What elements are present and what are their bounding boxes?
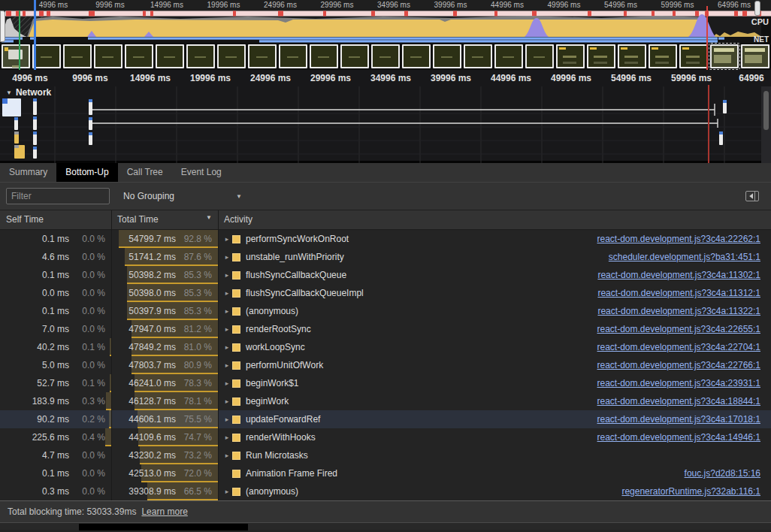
total-time-percent: 85.3 % [176,288,212,298]
expand-arrow-icon[interactable] [222,379,232,387]
table-row[interactable]: 4.7 ms 0.0 % 43230.2 ms 73.2 % Run Micro… [0,446,771,464]
filmstrip-thumbnail[interactable] [156,44,184,68]
total-time-percent: 92.8 % [176,234,212,244]
self-time-value: 0.1 ms [42,468,69,479]
filmstrip-thumbnail[interactable] [371,44,400,68]
filmstrip-thumbnail[interactable] [741,44,769,68]
filter-input[interactable] [6,188,110,204]
table-row[interactable]: 183.9 ms 0.3 % 46128.7 ms 78.1 % beginWo… [0,392,771,410]
scrollbar-thumb[interactable] [763,91,769,130]
network-section-header[interactable]: ▼ Network [6,87,51,98]
selection-handle-left[interactable] [0,11,5,42]
network-requests[interactable] [2,98,727,159]
table-row[interactable]: 0.1 ms 0.0 % 50398.2 ms 85.3 % flushSync… [0,266,771,284]
grouping-dropdown[interactable]: No Grouping ▼ [123,191,242,201]
source-link[interactable]: react-dom.development.js?3c4a:22655:1 [597,324,771,334]
expand-arrow-icon[interactable] [222,452,232,459]
tab-bottom-up[interactable]: Bottom-Up [56,163,117,182]
self-time-cell: 0.1 ms 0.0 % [0,464,111,482]
filmstrip-thumbnail[interactable] [32,44,61,68]
table-row[interactable]: 0.0 ms 0.0 % 50398.0 ms 85.3 % flushSync… [0,284,771,302]
filmstrip-thumbnail[interactable] [618,44,646,68]
filmstrip-thumbnail[interactable] [494,44,523,68]
source-link[interactable]: react-dom.development.js?3c4a:17018:1 [597,414,771,425]
activity-column-header[interactable]: Activity [224,214,252,225]
collapse-triangle-icon[interactable]: ▼ [6,89,12,96]
source-link[interactable]: react-dom.development.js?3c4a:22766:1 [597,360,771,370]
activity-label: performSyncWorkOnRoot [246,234,349,244]
tab-summary[interactable]: Summary [0,163,56,182]
expand-arrow-icon[interactable] [222,289,232,297]
expand-arrow-icon[interactable] [222,397,232,405]
self-time-cell: 5.0 ms 0.0 % [0,356,111,374]
activity-cell: Run Microtasks [218,446,771,464]
source-link[interactable]: react-dom.development.js?3c4a:14946:1 [597,432,771,443]
filmstrip-thumbnail[interactable] [94,44,122,68]
timeline-overview[interactable]: 4996 ms9996 ms14996 ms19996 ms24996 ms29… [0,0,771,70]
self-time-cell: 7.0 ms 0.0 % [0,320,111,338]
network-scrollbar[interactable] [761,86,771,163]
filmstrip-thumbnail[interactable] [433,44,461,68]
source-link[interactable]: react-dom.development.js?3c4a:11312:1 [597,288,771,298]
filmstrip-thumbnail[interactable] [649,44,677,68]
filmstrip-thumbnail[interactable] [63,44,92,68]
expand-arrow-icon[interactable] [222,235,232,243]
filmstrip-thumbnail[interactable] [2,44,30,68]
filmstrip-thumbnail[interactable] [402,44,431,68]
filmstrip-thumbnail[interactable] [587,44,615,68]
learn-more-link[interactable]: Learn more [141,506,187,517]
source-link[interactable]: react-dom.development.js?3c4a:11322:1 [597,306,771,316]
source-link[interactable]: react-dom.development.js?3c4a:23931:1 [597,378,771,388]
filmstrip-thumbnail[interactable] [248,44,277,68]
expand-arrow-icon[interactable] [222,488,232,495]
expand-arrow-icon[interactable] [222,307,232,315]
filmstrip-thumbnail[interactable] [125,44,153,68]
expand-arrow-icon[interactable] [222,361,232,369]
show-details-button[interactable] [745,191,759,201]
source-link[interactable]: react-dom.development.js?3c4a:18844:1 [597,396,771,407]
table-row[interactable]: 5.0 ms 0.0 % 47803.7 ms 80.9 % performUn… [0,356,771,374]
tab-event-log[interactable]: Event Log [172,163,231,182]
source-link[interactable]: fouc.js?d2d8:15:16 [685,468,771,479]
filmstrip-thumbnail[interactable] [340,44,369,68]
table-row[interactable]: 0.1 ms 0.0 % 54799.7 ms 92.8 % performSy… [0,230,771,248]
table-row[interactable]: 52.7 ms 0.1 % 46241.0 ms 78.3 % beginWor… [0,374,771,392]
filmstrip-thumbnail[interactable] [186,44,215,68]
table-row[interactable]: 0.1 ms 0.0 % 50397.9 ms 85.3 % (anonymou… [0,302,771,320]
expand-arrow-icon[interactable] [222,325,232,333]
table-header[interactable]: Self Time Total Time ▼ Activity [0,210,771,230]
table-row[interactable]: 40.2 ms 0.1 % 47849.2 ms 81.0 % workLoop… [0,338,771,356]
table-row[interactable]: 90.2 ms 0.2 % 44606.1 ms 75.5 % updateFo… [0,410,771,428]
source-link[interactable]: regeneratorRuntime.js?32ab:116:1 [621,486,771,497]
self-time-value: 0.3 ms [42,486,69,497]
table-row[interactable]: 225.6 ms 0.4 % 44109.6 ms 74.7 % renderW… [0,428,771,446]
overview-chart: CPU NET [0,11,771,43]
tab-call-tree[interactable]: Call Tree [118,163,172,182]
filmstrip-thumbnail[interactable] [710,44,739,68]
activity-label: performUnitOfWork [246,360,323,370]
filmstrip-thumbnail[interactable] [279,44,307,68]
filmstrip-thumbnail[interactable] [556,44,585,68]
selection-handle-right[interactable] [754,1,760,16]
table-row[interactable]: 4.6 ms 0.0 % 51741.2 ms 87.6 % unstable_… [0,248,771,266]
table-row[interactable]: 0.3 ms 0.0 % 39308.9 ms 66.5 % (anonymou… [0,482,771,500]
table-row[interactable]: 0.1 ms 0.0 % 42513.0 ms 72.0 % Animation… [0,464,771,482]
expand-arrow-icon[interactable] [222,416,232,423]
expand-arrow-icon[interactable] [222,271,232,279]
filmstrip-thumbnail[interactable] [525,44,554,68]
filmstrip-thumbnail[interactable] [679,44,708,68]
source-link[interactable]: react-dom.development.js?3c4a:22704:1 [597,342,771,352]
filmstrip-thumbnail[interactable] [217,44,246,68]
source-link[interactable]: react-dom.development.js?3c4a:11302:1 [597,270,771,280]
filmstrip-thumbnail[interactable] [310,44,338,68]
table-row[interactable]: 7.0 ms 0.0 % 47947.0 ms 81.2 % renderRoo… [0,320,771,338]
self-time-column-header[interactable]: Self Time [6,214,44,225]
filmstrip-thumbnail[interactable] [464,44,492,68]
timeline-detail[interactable]: ▼ Network [0,70,771,163]
expand-arrow-icon[interactable] [222,434,232,441]
expand-arrow-icon[interactable] [222,343,232,351]
source-link[interactable]: react-dom.development.js?3c4a:22262:1 [597,234,771,244]
total-time-column-header[interactable]: Total Time [117,214,159,225]
source-link[interactable]: scheduler.development.js?ba31:451:1 [609,252,771,262]
expand-arrow-icon[interactable] [222,253,232,261]
